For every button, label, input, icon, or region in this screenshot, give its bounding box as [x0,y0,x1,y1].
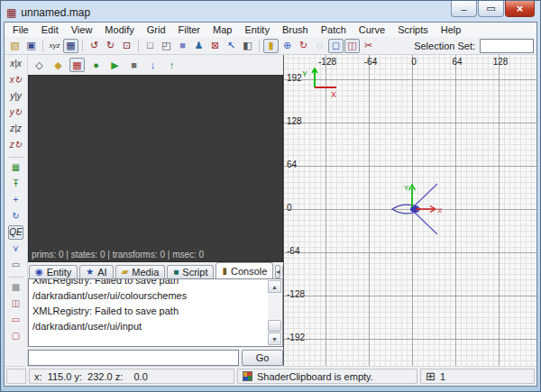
make-room-icon[interactable]: Ŧ [8,177,23,191]
undo-icon[interactable]: ↺ [87,39,102,53]
drag-faces-icon[interactable]: ◫ [344,39,360,53]
console-command-input[interactable] [28,350,239,366]
realtime-stop-icon[interactable]: ■ [126,58,142,72]
script-tab-icon: ■ [173,268,179,277]
translate-tool-icon[interactable]: + [8,193,23,207]
grid-y-tick: -128 [287,289,305,299]
realtime-play-icon[interactable]: ▶ [107,58,123,72]
select-complete-icon[interactable]: ▢ [8,329,23,343]
lighting-preview-icon[interactable]: ● [88,58,104,72]
tab-media[interactable]: ▰Media [115,265,166,278]
console-output: XMLRegistry: Failed to save path/darkrad… [32,278,266,334]
select-inside-icon[interactable]: ◫ [8,296,23,311]
rotate-x-icon[interactable]: x↻ [8,73,23,87]
toolbar-separator [82,40,83,52]
change-views-icon[interactable]: xyz [47,39,62,53]
close-button[interactable]: × [505,1,535,17]
title-bar[interactable]: ▦ unnamed.map [6,4,90,21]
select-touching-icon[interactable]: ▩ [8,280,23,295]
tab-console[interactable]: ▮Console [215,262,273,278]
menu-item-scripts[interactable]: Scripts [391,23,435,36]
go-button[interactable]: Go [242,350,283,366]
tab-scroll-left-button[interactable]: ◂ [275,265,280,278]
menu-item-patch[interactable]: Patch [315,23,353,36]
flip-y-icon[interactable]: y|y [8,89,23,104]
menu-item-map[interactable]: Map [206,23,238,36]
menu-item-view[interactable]: View [65,23,99,36]
rotate-z-icon[interactable]: z↻ [8,138,23,152]
redo-icon[interactable]: ↻ [103,39,118,53]
menu-item-brush[interactable]: Brush [276,23,315,36]
wireframe-mode-icon[interactable]: ◇ [32,58,47,72]
farclip-out-icon[interactable]: ↑ [164,58,179,72]
find-replace-textures-icon[interactable]: ⊡ [119,39,134,53]
rotate-y-icon[interactable]: y↻ [8,105,23,120]
grid-x-tick: 128 [493,57,509,67]
brush-polyhedron-icon[interactable]: ■ [175,39,190,53]
window-title: unnamed.map [21,6,90,19]
tab-entity[interactable]: ◉Entity [29,265,78,278]
maximize-button[interactable]: ▭ [478,1,504,17]
textured-mode-icon[interactable]: ◆ [50,58,66,72]
grid-y-tick: -192 [287,333,305,342]
close-icon: × [517,2,524,15]
scroll-up-icon[interactable]: ▲ [268,280,281,293]
status-cell-empty [6,369,26,384]
menu-item-entity[interactable]: Entity [238,23,276,36]
brush-cuboid-icon[interactable]: □ [142,39,158,53]
menu-item-file[interactable]: File [6,23,35,36]
camera-viewport[interactable]: prims: 0 | states: 0 | transforms: 0 | m… [28,75,283,262]
free-rotation-icon[interactable]: ◌ [312,39,327,53]
tab-ai[interactable]: ★AI [79,265,113,278]
selection-set-label: Selection Set: [414,41,479,51]
translate-manipulator-icon[interactable]: ⊕ [280,39,295,53]
open-map-icon[interactable]: ▧ [7,39,23,53]
farclip-in-icon[interactable]: ↓ [145,58,160,72]
csg-subtract-icon[interactable]: ▦ [8,160,23,175]
save-map-icon[interactable]: ▣ [23,39,39,53]
grid-x-tick: 0 [411,57,417,67]
flip-x-icon[interactable]: x|x [8,57,23,71]
tab-script[interactable]: ■Script [167,265,214,278]
select-entities-icon[interactable]: ▭ [8,313,23,327]
drag-vertices-icon[interactable]: ◻ [328,39,344,53]
status-shader-clipboard: ShaderClipboard is empty. [237,369,417,384]
rotate-tool-icon[interactable]: ↻ [8,209,23,223]
menu-item-filter[interactable]: Filter [172,23,206,36]
scrollbar-thumb[interactable] [268,320,281,332]
minimize-button[interactable]: – [451,1,477,17]
rotate-manipulator-icon[interactable]: ↻ [296,39,311,53]
brush-prism-icon[interactable]: ◰ [159,39,174,53]
app-icon: ▦ [6,7,16,18]
menu-item-edit[interactable]: Edit [35,23,65,36]
console-scrollbar[interactable]: ▲ ▼ [268,280,281,345]
scroll-down-icon[interactable]: ▼ [268,333,281,345]
grid-y-tick: 128 [287,116,302,126]
status-grid-size: ⊞ 1 [420,369,535,384]
cursor-box-icon[interactable]: ↖ [224,39,239,53]
menu-item-curve[interactable]: Curve [353,23,391,36]
toolbar-separator [259,40,260,52]
menu-item-grid[interactable]: Grid [141,23,172,36]
camera-marker[interactable]: Y X [378,178,468,242]
camera-frustum-line [414,212,437,234]
menu-item-help[interactable]: Help [435,23,468,36]
texture-window-icon[interactable]: ▭ [8,258,23,272]
clipper-icon[interactable]: ✂ [361,39,376,53]
grid-y-tick: 64 [287,160,297,169]
texture-view-icon[interactable]: ▦ [63,39,78,53]
left-toolbar: x|xx↻y|yy↻z|zz↻▦Ŧ+↻QE⋎▭▩◫▭▢ [5,55,28,366]
lock-selection-icon[interactable]: ▮ [263,39,279,53]
menu-item-modify[interactable]: Modify [98,23,140,36]
qe-tool-button[interactable]: QE [8,225,23,240]
selection-set-input[interactable] [480,39,534,53]
lighting-mode-icon[interactable]: ▦ [69,58,85,72]
flip-z-icon[interactable]: z|z [8,122,23,136]
player-start-icon[interactable]: ♟ [191,39,206,53]
camera-toolbar: ◇◆▦●▶■↓↑ [28,55,283,75]
hollow-brush-icon[interactable]: ⊠ [207,39,223,53]
speaker-mute-icon[interactable]: ◧ [240,39,255,53]
axis-gizmo: Y X [297,66,346,102]
vertex-tool-icon[interactable]: ⋎ [8,242,23,256]
grid-view[interactable]: Y X Y [283,55,537,366]
